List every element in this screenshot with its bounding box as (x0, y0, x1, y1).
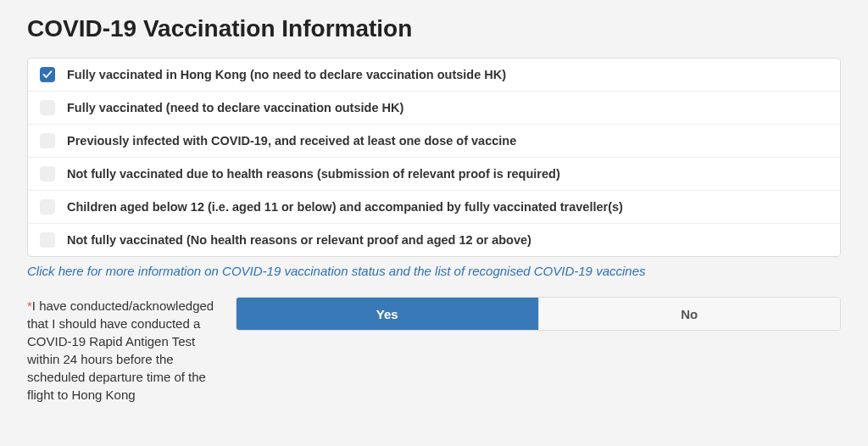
checkbox-icon (40, 67, 55, 82)
vaccination-option[interactable]: Children aged below 12 (i.e. aged 11 or … (28, 191, 840, 224)
vaccine-info-link[interactable]: Click here for more information on COVID… (27, 264, 841, 278)
option-label: Fully vaccinated (need to declare vaccin… (67, 101, 403, 114)
checkbox-icon (40, 199, 55, 215)
rat-question-text: *I have conducted/acknowledged that I sh… (27, 297, 236, 404)
checkbox-icon (40, 100, 55, 115)
yes-button[interactable]: Yes (236, 298, 538, 330)
yes-no-toggle: Yes No (236, 297, 841, 331)
option-label: Not fully vaccinated due to health reaso… (67, 167, 560, 181)
option-label: Fully vaccinated in Hong Kong (no need t… (67, 68, 506, 81)
vaccination-option[interactable]: Previously infected with COVID-19, and r… (28, 125, 840, 158)
vaccination-option[interactable]: Fully vaccinated in Hong Kong (no need t… (28, 59, 840, 92)
no-button[interactable]: No (538, 298, 841, 330)
checkbox-icon (40, 133, 55, 148)
option-label: Previously infected with COVID-19, and r… (67, 134, 516, 148)
question-body: I have conducted/acknowledged that I sho… (27, 298, 214, 402)
vaccination-option[interactable]: Not fully vaccinated (No health reasons … (28, 224, 840, 256)
page-title: COVID-19 Vaccination Information (27, 15, 841, 42)
checkbox-icon (40, 232, 55, 248)
option-label: Children aged below 12 (i.e. aged 11 or … (67, 200, 623, 214)
checkbox-icon (40, 166, 55, 181)
option-label: Not fully vaccinated (No health reasons … (67, 233, 531, 247)
rat-question-row: *I have conducted/acknowledged that I sh… (27, 297, 841, 404)
vaccination-option[interactable]: Fully vaccinated (need to declare vaccin… (28, 92, 840, 125)
vaccination-option-list: Fully vaccinated in Hong Kong (no need t… (27, 58, 841, 257)
vaccination-option[interactable]: Not fully vaccinated due to health reaso… (28, 158, 840, 191)
